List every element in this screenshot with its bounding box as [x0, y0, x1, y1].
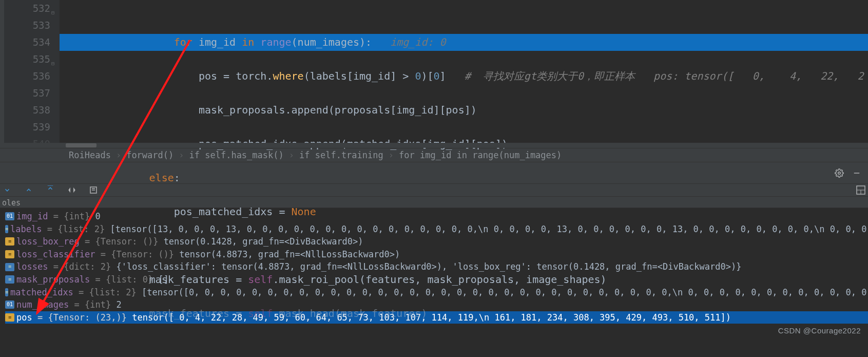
kw-self: self: [248, 273, 273, 286]
list-icon: ≡: [5, 225, 8, 233]
code-text: (num_images):: [292, 36, 391, 48]
line-number: 534: [4, 34, 50, 51]
line-number: 539: [4, 119, 50, 136]
code-text: mask_features =: [149, 307, 248, 320]
code-text: )[: [421, 70, 433, 82]
var-name: num_images: [16, 298, 69, 311]
variables-tab[interactable]: oles: [2, 197, 21, 208]
list-icon: ≡: [5, 288, 8, 296]
step-out-icon[interactable]: [45, 185, 55, 195]
code-text: (labels[img_id] >: [304, 70, 415, 82]
num: 0: [415, 70, 421, 82]
code-text: pos = torch.: [199, 70, 273, 82]
int-icon: 01: [5, 300, 14, 309]
var-name: img_id: [16, 210, 48, 223]
line-number: 538: [4, 102, 50, 119]
kw-none: None: [292, 205, 316, 218]
step-over-icon[interactable]: [24, 185, 34, 195]
int-icon: 01: [5, 212, 14, 220]
builtin-range: range: [254, 36, 291, 48]
object-icon: ≡: [5, 250, 14, 258]
code-text: :: [174, 172, 180, 184]
object-icon: ≡: [5, 313, 14, 322]
code-text: .mask_roi_pool(features, mask_proposals,…: [273, 273, 606, 286]
code-text: ]: [440, 70, 465, 82]
line-number: 536: [4, 68, 50, 85]
num: 0: [434, 70, 440, 82]
var-name: pos: [16, 311, 32, 324]
fn-where: where: [273, 70, 303, 82]
kw-else: else: [149, 172, 174, 184]
kw-for: for: [174, 36, 192, 48]
kw-in: in: [242, 36, 254, 48]
line-number: 532: [4, 0, 50, 17]
code-area[interactable]: for img_id in range(num_images): img_id:…: [60, 0, 868, 148]
sidebar-stub: [0, 0, 4, 148]
horizontal-scrollbar[interactable]: [0, 143, 868, 148]
watermark: CSDN @Courage2022: [778, 326, 861, 335]
layout-icon[interactable]: [856, 185, 866, 195]
var-name: losses: [16, 260, 48, 273]
code-text: mask_proposals.append(proposals[img_id][…: [199, 104, 477, 116]
scrollbar-thumb[interactable]: [66, 143, 97, 147]
var-name: labels: [10, 223, 42, 236]
step-into-icon[interactable]: [2, 185, 12, 195]
code-text: img_id: [192, 36, 242, 48]
line-number: 535: [4, 51, 50, 68]
list-icon: ≡: [5, 275, 14, 284]
comment: # 寻找对应gt类别大于0，即正样本 pos: tensor([ 0, 4, 2…: [465, 70, 864, 82]
code-text: mask_features =: [149, 273, 248, 286]
line-number: 537: [4, 85, 50, 102]
list-icon: ≡: [5, 263, 14, 271]
kw-self: self: [248, 307, 273, 320]
code-text: pos_matched_idxs =: [174, 205, 292, 218]
code-editor[interactable]: 532 533 534 535 536 537 538 539 540 ⊟ ⊟ …: [0, 0, 868, 148]
code-text: .mask_head(mask_features): [273, 307, 427, 320]
inline-hint: img_id: 0: [390, 36, 446, 48]
line-number-gutter: 532 533 534 535 536 537 538 539 540 ⊟ ⊟: [4, 0, 60, 148]
object-icon: ≡: [5, 237, 14, 246]
line-number: 533: [4, 17, 50, 34]
